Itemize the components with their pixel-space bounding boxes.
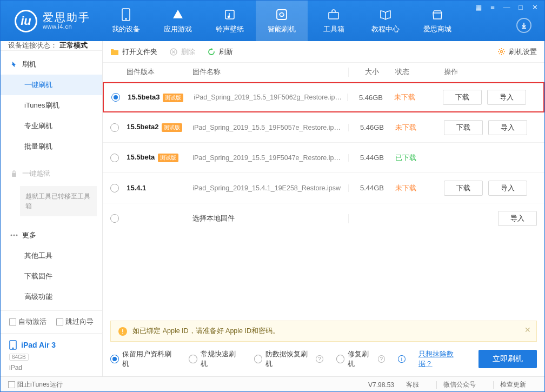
nav-toolbox[interactable]: 工具箱 bbox=[308, 1, 360, 41]
auto-activate-checkbox[interactable]: 自动激活 bbox=[9, 317, 46, 327]
nav-apps[interactable]: 应用游戏 bbox=[152, 1, 204, 41]
close-button[interactable]: ✕ bbox=[529, 3, 540, 11]
firmware-name: iPad_Spring_2019_15.5_19F5057e_Restore.i… bbox=[192, 124, 349, 131]
radio-button[interactable] bbox=[110, 184, 119, 192]
nav-flash[interactable]: 智能刷机 bbox=[256, 1, 308, 41]
device-info[interactable]: iPad Air 3 64GB iPad bbox=[1, 333, 102, 378]
check-update-link[interactable]: 检查更新 bbox=[500, 380, 526, 389]
firmware-status: 未下载 bbox=[394, 92, 443, 102]
app-title: 爱思助手 bbox=[43, 11, 90, 23]
sidebar-item-dlfw[interactable]: 下载固件 bbox=[1, 266, 102, 287]
group-title: 更多 bbox=[22, 230, 36, 240]
grid-icon[interactable]: ▦ bbox=[473, 3, 484, 11]
help-icon[interactable]: ? bbox=[378, 355, 385, 363]
lock-icon bbox=[10, 170, 18, 177]
device-status: 设备连接状态： 正常模式 bbox=[1, 41, 102, 51]
nav-store[interactable]: 爱思商城 bbox=[411, 1, 463, 41]
gear-icon bbox=[497, 48, 506, 56]
firmware-size: 5.46GB bbox=[348, 94, 394, 102]
version-label: 15.4.1 bbox=[127, 184, 146, 192]
device-name: iPad Air 3 bbox=[21, 341, 56, 349]
svg-rect-6 bbox=[12, 173, 16, 177]
settings-button[interactable]: 刷机设置 bbox=[497, 47, 537, 57]
open-folder-button[interactable]: 打开文件夹 bbox=[110, 47, 157, 57]
download-button[interactable]: 下载 bbox=[444, 181, 483, 196]
radio-button[interactable] bbox=[110, 154, 119, 162]
refresh-button[interactable]: 刷新 bbox=[207, 47, 233, 57]
download-button[interactable]: 下载 bbox=[443, 90, 482, 105]
radio-button[interactable] bbox=[110, 123, 119, 132]
close-notice-button[interactable]: ✕ bbox=[524, 325, 531, 334]
app-version: V7.98.53 bbox=[368, 381, 394, 389]
warning-icon bbox=[118, 327, 127, 336]
more-icon bbox=[10, 231, 18, 239]
download-button[interactable]: 下载 bbox=[444, 120, 483, 135]
help-icon[interactable]: ? bbox=[316, 355, 323, 363]
menu-icon[interactable]: ≡ bbox=[487, 3, 498, 11]
sidebar: 设备连接状态： 正常模式 刷机 一键刷机 iTunes刷机 专业刷机 批量刷机 … bbox=[1, 41, 103, 376]
nav-tutorial[interactable]: 教程中心 bbox=[360, 1, 411, 41]
notice-text: 如已绑定 Apple ID，请准备好 Apple ID和密码。 bbox=[132, 327, 280, 336]
apple-id-notice: 如已绑定 Apple ID，请准备好 Apple ID和密码。 ✕ bbox=[110, 321, 537, 342]
import-button[interactable]: 导入 bbox=[487, 90, 526, 105]
opt-repair[interactable]: 修复刷机? bbox=[336, 349, 385, 369]
wechat-link[interactable]: 微信公众号 bbox=[443, 380, 476, 389]
sidebar-item-adv[interactable]: 高级功能 bbox=[1, 287, 102, 307]
nav-ringtones[interactable]: 铃声壁纸 bbox=[204, 1, 256, 41]
firmware-status: 未下载 bbox=[395, 123, 444, 132]
sidebar-group-more[interactable]: 更多 bbox=[1, 225, 102, 245]
stop-itunes-checkbox[interactable]: 阻止iTunes运行 bbox=[8, 380, 63, 389]
table-header: 固件版本 固件名称 大小 状态 操作 bbox=[103, 63, 544, 82]
firmware-size: 5.44GB bbox=[349, 154, 395, 162]
book-icon bbox=[378, 8, 393, 21]
opt-anti-data[interactable]: 防数据恢复刷机? bbox=[254, 349, 323, 369]
firmware-name: iPad_Spring_2019_15.5_19F5062g_Restore.i… bbox=[194, 94, 348, 101]
radio-button[interactable] bbox=[111, 93, 120, 102]
refresh-icon bbox=[275, 8, 289, 21]
maximize-button[interactable]: □ bbox=[515, 3, 526, 11]
sidebar-group-flash[interactable]: 刷机 bbox=[1, 54, 102, 75]
sidebar-item-itunes[interactable]: iTunes刷机 bbox=[1, 95, 102, 116]
sidebar-item-pro[interactable]: 专业刷机 bbox=[1, 116, 102, 136]
select-local-row[interactable]: 选择本地固件 导入 bbox=[103, 203, 544, 234]
svg-point-1 bbox=[125, 18, 127, 19]
top-nav: 我的设备 应用游戏 铃声壁纸 智能刷机 工具箱 教程中心 爱思商城 bbox=[100, 1, 463, 41]
import-button[interactable]: 导入 bbox=[488, 120, 527, 135]
status-bar: 阻止iTunes运行 V7.98.53 客服 微信公众号 检查更新 bbox=[1, 376, 544, 392]
version-label: 15.5beta2 bbox=[127, 123, 158, 131]
firmware-name: iPad_Spring_2019_15.4.1_19E258_Restore.i… bbox=[192, 184, 349, 192]
skip-guide-checkbox[interactable]: 跳过向导 bbox=[56, 317, 94, 327]
svg-point-13 bbox=[500, 51, 502, 53]
flash-now-button[interactable]: 立即刷机 bbox=[478, 350, 537, 368]
version-label: 15.5beta bbox=[127, 153, 155, 161]
erase-data-link[interactable]: 只想抹除数据？ bbox=[418, 349, 466, 369]
firmware-status: 未下载 bbox=[395, 183, 444, 193]
opt-keep-data[interactable]: 保留用户资料刷机 bbox=[110, 349, 176, 369]
folder-icon bbox=[110, 48, 119, 56]
window-controls: ▦ ≡ — □ ✕ bbox=[473, 3, 540, 11]
firmware-row[interactable]: 15.5beta测试版iPad_Spring_2019_15.5_19F5047… bbox=[103, 143, 544, 173]
download-manager-button[interactable] bbox=[516, 18, 531, 33]
import-button[interactable]: 导入 bbox=[488, 181, 527, 196]
import-button[interactable]: 导入 bbox=[498, 211, 537, 226]
customer-service-link[interactable]: 客服 bbox=[406, 380, 419, 389]
beta-tag: 测试版 bbox=[158, 154, 178, 162]
store-icon bbox=[430, 8, 444, 21]
beta-tag: 测试版 bbox=[162, 123, 182, 132]
sidebar-item-batch[interactable]: 批量刷机 bbox=[1, 136, 102, 157]
delete-button: 删除 bbox=[169, 47, 195, 57]
nav-my-device[interactable]: 我的设备 bbox=[100, 1, 152, 41]
header: iu 爱思助手 www.i4.cn 我的设备 应用游戏 铃声壁纸 智能刷机 工具… bbox=[1, 1, 544, 41]
opt-normal[interactable]: 常规快速刷机 bbox=[189, 349, 241, 369]
sidebar-item-oneclick[interactable]: 一键刷机 bbox=[1, 75, 102, 95]
toolbar: 打开文件夹 删除 刷新 刷机设置 bbox=[103, 41, 544, 63]
auto-options: 自动激活 跳过向导 bbox=[1, 310, 102, 333]
sidebar-item-other[interactable]: 其他工具 bbox=[1, 245, 102, 266]
firmware-row[interactable]: 15.4.1iPad_Spring_2019_15.4.1_19E258_Res… bbox=[103, 173, 544, 203]
firmware-row[interactable]: 15.5beta3测试版iPad_Spring_2019_15.5_19F506… bbox=[103, 82, 544, 112]
firmware-row[interactable]: 15.5beta2测试版iPad_Spring_2019_15.5_19F505… bbox=[103, 112, 544, 143]
info-icon[interactable]: i bbox=[398, 355, 406, 363]
minimize-button[interactable]: — bbox=[501, 3, 512, 11]
radio-button[interactable] bbox=[110, 214, 119, 223]
firmware-size: 5.46GB bbox=[349, 123, 395, 131]
